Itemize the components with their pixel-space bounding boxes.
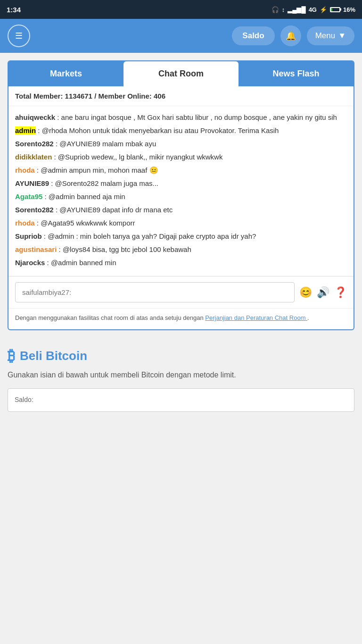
hamburger-button[interactable]: ☰ (8, 25, 30, 47)
username-sorento282: Sorento282 (15, 140, 54, 148)
battery-percent: 16% (343, 6, 355, 13)
network-bars: ▂▄▆█ (288, 6, 305, 13)
bitcoin-title-text: Beli Bitcoin (20, 349, 87, 363)
username-didikklaten: didikklaten (15, 153, 52, 161)
bitcoin-title: ₿ Beli Bitcoin (8, 347, 354, 365)
saldo-label: Saldo: (15, 396, 33, 403)
emoji-button[interactable]: 😊 (299, 286, 312, 299)
username-rhoda-2: rhoda (15, 219, 35, 227)
username-agata95: Agata95 (15, 192, 42, 201)
saldo-box: Saldo: (8, 388, 354, 412)
status-icons: 🎧 ↕ ▂▄▆█ 4G ⚡ 16% (272, 6, 355, 13)
username-ahuiqweckk: ahuiqweckk (15, 113, 55, 121)
username-njarocks: Njarocks (15, 259, 45, 267)
chat-message: Agata95 : @admin banned aja min (15, 191, 347, 202)
tab-markets[interactable]: Markets (8, 61, 123, 86)
tab-newsflash[interactable]: News Flash (239, 61, 354, 86)
chat-message: Sorento282 : @AYUNIE89 dapat info dr man… (15, 204, 347, 216)
chat-message: admin : @rhoda Mohon untuk tidak menyeba… (15, 125, 347, 136)
chat-message: Supriob : @admin : min boleh tanya ga ya… (15, 231, 347, 242)
chat-area[interactable]: ahuiqweckk : ane baru ingat bosque , Mt … (8, 106, 354, 276)
battery-icon (330, 7, 340, 12)
terms-link[interactable]: Perjanjian dan Peraturan Chat Room (205, 314, 307, 321)
chat-input[interactable] (15, 282, 295, 302)
top-nav: ☰ Saldo 🔔 Menu ▼ (0, 19, 362, 53)
chat-message: Sorento282 : @AYUNIE89 malam mbak ayu (15, 138, 347, 150)
signal-icon: ↕ (282, 6, 285, 13)
sound-button[interactable]: 🔊 (317, 286, 329, 299)
chat-message: Njarocks : @admin banned min (15, 257, 347, 268)
chat-message: rhoda : @Agata95 wkwkwwk komporr (15, 217, 347, 229)
chat-message: agustinasari : @loys84 bisa, tgg btc jeb… (15, 244, 347, 255)
menu-button[interactable]: Menu ▼ (307, 26, 354, 45)
bitcoin-section: ₿ Beli Bitcoin Gunakan isian di bawah un… (8, 340, 354, 417)
headphone-icon: 🎧 (272, 6, 279, 13)
chat-input-icons: 😊 🔊 ❓ (299, 286, 347, 299)
help-button[interactable]: ❓ (334, 286, 347, 299)
network-type: 4G (309, 6, 317, 13)
bitcoin-icon: ₿ (8, 347, 15, 365)
member-info: Total Member: 1134671 / Member Online: 4… (8, 86, 354, 106)
username-admin: admin (15, 126, 36, 134)
bell-button[interactable]: 🔔 (280, 25, 301, 46)
terms-text: Dengan menggunakan fasilitas chat room d… (8, 308, 354, 329)
chat-input-area: 😊 🔊 ❓ (8, 276, 354, 308)
username-ayunie89: AYUNIE89 (15, 179, 49, 187)
chat-card: Markets Chat Room News Flash Total Membe… (8, 60, 354, 330)
main-content: Markets Chat Room News Flash Total Membe… (0, 53, 362, 424)
username-rhoda-1: rhoda (15, 166, 35, 174)
chat-message: AYUNIE89 : @Sorento282 malam juga mas... (15, 178, 347, 189)
username-sorento282-2: Sorento282 (15, 206, 54, 214)
chevron-down-icon: ▼ (338, 31, 346, 41)
saldo-button[interactable]: Saldo (232, 26, 274, 45)
lightning-icon: ⚡ (320, 6, 327, 13)
chat-message: didikklaten : @Supriob wedew,, lg blank,… (15, 151, 347, 163)
chat-message: rhoda : @admin ampun min, mohon maaf 😐 (15, 165, 347, 176)
time: 1:34 (7, 6, 21, 14)
bitcoin-description: Gunakan isian di bawah untuk membeli Bit… (8, 369, 354, 381)
status-bar: 1:34 🎧 ↕ ▂▄▆█ 4G ⚡ 16% (0, 0, 362, 19)
tab-bar: Markets Chat Room News Flash (8, 61, 354, 86)
chat-message: ahuiqweckk : ane baru ingat bosque , Mt … (15, 112, 347, 123)
tab-chatroom[interactable]: Chat Room (123, 61, 239, 86)
username-supriob: Supriob (15, 232, 42, 240)
username-agustinasari: agustinasari (15, 245, 57, 253)
